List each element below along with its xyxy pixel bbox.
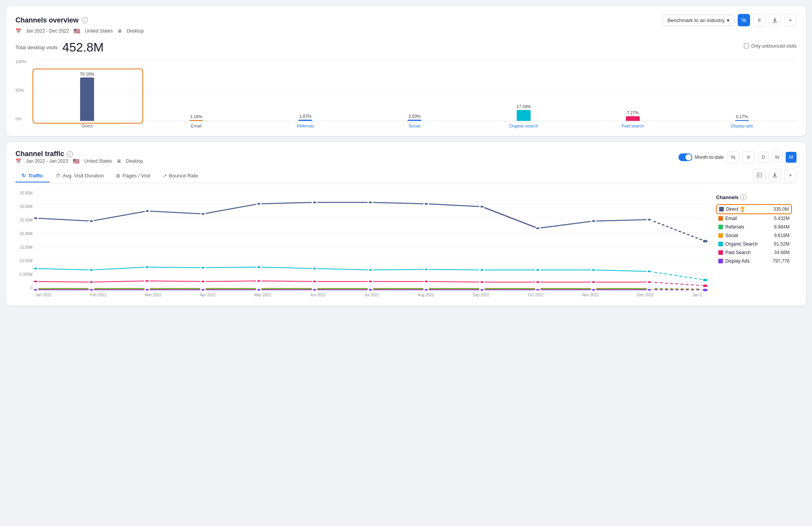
download-ctrl-button[interactable] (769, 14, 781, 26)
download-icon (772, 17, 778, 23)
legend-info-icon[interactable]: i (740, 194, 747, 200)
bar-percent-social: 2.03% (408, 114, 420, 119)
svg-point-39 (89, 281, 94, 283)
traffic-country: United States (84, 158, 112, 164)
overview-device: Desktop (127, 28, 144, 34)
tab-bounce-rate[interactable]: ↗ Bounce Rate (157, 170, 204, 182)
legend-item-social[interactable]: Social9.619M (716, 231, 792, 240)
unbounced-row: Only unbounced visits (744, 43, 797, 49)
traffic-percent-btn[interactable]: % (727, 151, 739, 163)
benchmark-button[interactable]: Benchmark to an industry ▾ (663, 15, 735, 26)
svg-point-46 (480, 281, 485, 283)
period-M-btn[interactable]: M (786, 152, 797, 163)
bar-label-organic_search[interactable]: Organic search (469, 121, 578, 128)
svg-point-44 (368, 280, 373, 283)
traffic-flag: 🇺🇸 (73, 158, 79, 164)
bar-percent-display_ads: 0.17% (736, 114, 748, 119)
bar-social[interactable] (408, 120, 421, 121)
bar-label-social[interactable]: Social (360, 121, 469, 128)
total-visits-label: Total desktop visits (15, 45, 58, 50)
tab-pages-visit[interactable]: ⊞ Pages / Visit (110, 170, 156, 182)
benchmark-label: Benchmark to an industry (668, 17, 725, 23)
svg-point-50 (702, 284, 708, 287)
tab-avg-visit[interactable]: ⏱ Avg. Visit Duration (50, 170, 110, 182)
excel-btn[interactable] (753, 169, 766, 181)
traffic-hash-btn[interactable]: # (742, 151, 755, 163)
svg-point-23 (647, 218, 652, 221)
svg-point-29 (257, 266, 261, 268)
traffic-date-range: Jan 2022 - Jan 2023 (26, 158, 68, 164)
y-20m: 20.00M (15, 232, 33, 236)
bar-email[interactable] (189, 120, 203, 121)
bar-label-direct: Direct (33, 121, 142, 128)
percent-ctrl-button[interactable]: % (738, 14, 750, 26)
svg-point-16 (257, 203, 261, 205)
x-label: Apr 2022 (200, 293, 216, 297)
bar-percent-referrals: 1.87% (299, 114, 311, 119)
overview-meta: 📅 Jan 2022 - Dec 2022 🇺🇸 United States 🖥… (15, 28, 797, 34)
bar-paid_search[interactable] (626, 116, 640, 121)
svg-point-31 (368, 269, 373, 271)
unbounced-checkbox[interactable] (744, 43, 749, 48)
traffic-calendar-icon: 📅 (15, 158, 21, 164)
svg-point-28 (201, 266, 206, 269)
bar-chart-section: 100% 50% 0% 70.16%1.16%1.87%2.03%17.33%7… (15, 59, 797, 128)
x-label: Sep 2022 (473, 293, 489, 297)
legend-item-display_ads[interactable]: Display Ads797,776 (716, 257, 792, 265)
traffic-plus-btn[interactable]: + (784, 169, 797, 181)
legend-item-left-social: Social (718, 233, 738, 238)
bar-col-referrals: 1.87% (251, 59, 360, 121)
svg-point-40 (145, 280, 150, 282)
traffic-meta: 📅 Jan 2022 - Jan 2023 🇺🇸 United States 🖥… (15, 158, 143, 164)
bar-percent-direct: 70.16% (80, 72, 94, 76)
svg-point-43 (312, 280, 317, 283)
traffic-download-icon (772, 172, 778, 178)
svg-point-19 (424, 203, 428, 205)
legend-item-email[interactable]: Email5.432M (716, 214, 792, 223)
bar-label-display_ads[interactable]: Display ads (687, 121, 797, 128)
svg-point-100 (591, 289, 596, 291)
legend-item-left-email: Email (718, 216, 737, 221)
svg-point-25 (33, 267, 38, 270)
svg-point-91 (89, 289, 94, 291)
svg-point-96 (368, 289, 373, 291)
total-visits-row: Total desktop visits 452.8M (15, 40, 104, 55)
period-D-btn[interactable]: D (758, 152, 769, 163)
y-15m: 15.00M (15, 245, 33, 249)
bar-referrals[interactable] (298, 120, 312, 121)
legend-label-organic_search: Organic Search (725, 241, 757, 247)
bar-direct[interactable] (80, 77, 94, 121)
hash-ctrl-button[interactable]: # (753, 14, 766, 26)
unbounced-label: Only unbounced visits (751, 43, 797, 49)
month-to-date-toggle: Month-to-date (678, 153, 724, 161)
legend-item-referrals[interactable]: Referrals8.884M (716, 223, 792, 231)
traffic-download-btn[interactable] (769, 169, 781, 181)
tab-traffic[interactable]: ↻ Traffic (15, 170, 50, 182)
legend-color-direct (719, 207, 724, 211)
svg-point-93 (201, 289, 206, 291)
bar-label-paid_search[interactable]: Paid search (578, 121, 687, 128)
legend-item-direct[interactable]: Direct 🏆335.0M (716, 204, 792, 214)
x-label: May 2022 (254, 293, 271, 297)
bar-label-referrals[interactable]: Referrals (251, 121, 360, 128)
legend-item-left-paid_search: Paid Search (718, 250, 750, 255)
legend-item-organic_search[interactable]: Organic Search81.52M (716, 240, 792, 248)
desktop-icon: 🖥 (117, 28, 122, 34)
plus-ctrl-button[interactable]: + (784, 14, 797, 26)
calendar-icon: 📅 (15, 28, 21, 34)
legend-value-referrals: 8.884M (774, 224, 790, 230)
x-label: Oct 2022 (528, 293, 544, 297)
traffic-tabs-row: ↻ Traffic ⏱ Avg. Visit Duration ⊞ Pages … (15, 169, 797, 183)
chart-legend: Channels i Direct 🏆335.0MEmail5.432MRefe… (711, 189, 797, 298)
traffic-card-header: Channel traffic i 📅 Jan 2022 - Jan 2023 … (15, 150, 797, 164)
month-to-date-toggle-btn[interactable] (678, 153, 692, 161)
channel-traffic-info-icon[interactable]: i (67, 151, 73, 157)
period-W-btn[interactable]: W (772, 152, 783, 163)
svg-point-20 (480, 206, 485, 208)
svg-point-90 (33, 289, 38, 291)
legend-item-paid_search[interactable]: Paid Search34.68M (716, 248, 792, 257)
x-label: Aug 2022 (418, 293, 434, 297)
channels-overview-info-icon[interactable]: i (82, 17, 88, 23)
bar-display_ads[interactable] (735, 120, 749, 121)
bar-organic_search[interactable] (517, 110, 531, 121)
